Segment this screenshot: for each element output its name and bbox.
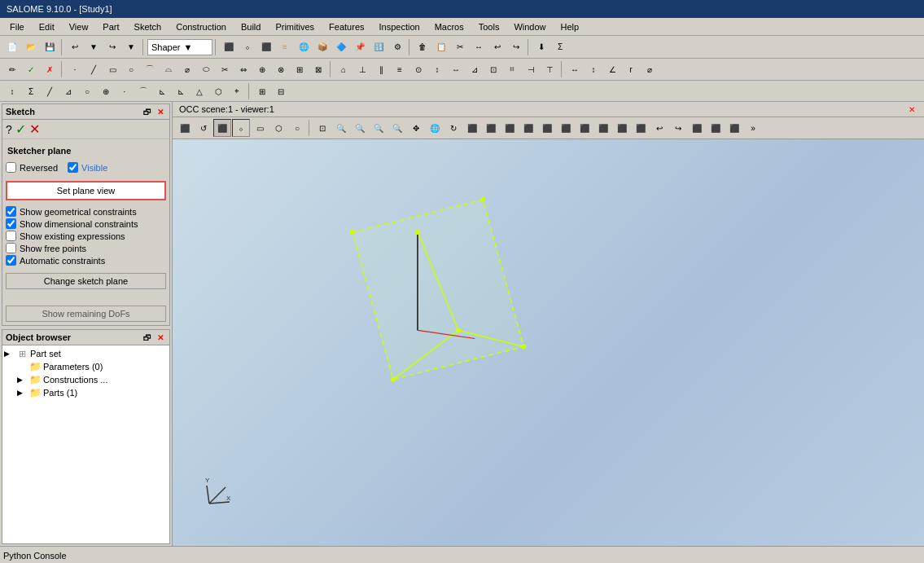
redo-button[interactable]: ↪ <box>103 38 121 56</box>
sketch-dim5[interactable]: ⌀ <box>641 60 659 78</box>
vt-render2[interactable]: ⬛ <box>482 119 500 137</box>
sketch-con11[interactable]: ⊣ <box>522 60 540 78</box>
sketch-con5[interactable]: ⊙ <box>409 60 427 78</box>
sketch-tool2[interactable]: ⊗ <box>272 60 290 78</box>
sketch-ellipse[interactable]: ⬭ <box>197 60 215 78</box>
sketch-arc2[interactable]: ⌓ <box>160 60 177 78</box>
show-remaining-dofs-button[interactable]: Show remaining DoFs <box>6 306 166 322</box>
t3-4[interactable]: ⊿ <box>59 82 77 100</box>
sketch-con9[interactable]: ⊡ <box>484 60 502 78</box>
vt-render1[interactable]: ⬛ <box>463 119 481 137</box>
menu-window[interactable]: Window <box>507 20 552 33</box>
viewer-canvas[interactable]: X Y <box>173 139 924 546</box>
visible-checkbox[interactable] <box>68 162 78 173</box>
t3-13[interactable]: ⌖ <box>228 82 246 100</box>
vt-zoom-in[interactable]: 🔍 <box>332 119 350 137</box>
sketch-con12[interactable]: ⊤ <box>541 60 558 78</box>
vt-2[interactable]: ↺ <box>195 119 212 137</box>
sketch-con1[interactable]: ⌂ <box>335 60 353 78</box>
vt-more[interactable]: ⬛ <box>707 119 725 137</box>
menu-primitives[interactable]: Primitives <box>269 20 321 33</box>
t3-3[interactable]: ╱ <box>41 82 59 100</box>
vt-polygon[interactable]: ⬡ <box>269 119 287 137</box>
tb-icon-11[interactable]: 🗑 <box>414 38 431 56</box>
vt-zoom-out[interactable]: 🔍 <box>351 119 369 137</box>
tb-icon-9[interactable]: 🔢 <box>370 38 388 56</box>
tb-icon-10[interactable]: ⚙ <box>388 38 406 56</box>
t3-7[interactable]: · <box>116 82 134 100</box>
menu-macros[interactable]: Macros <box>428 20 471 33</box>
vt-wire[interactable]: ⬛ <box>501 119 519 137</box>
vt-rotate[interactable]: ↻ <box>444 119 462 137</box>
t3-12[interactable]: ⬡ <box>209 82 227 100</box>
menu-build[interactable]: Build <box>234 20 267 33</box>
sketch-arc3[interactable]: ⌀ <box>178 60 196 78</box>
sketch-con4[interactable]: ≡ <box>391 60 409 78</box>
t3-2[interactable]: Σ <box>22 82 40 100</box>
sketch-con3[interactable]: ∥ <box>372 60 390 78</box>
sketch-arc1[interactable]: ⌒ <box>141 60 159 78</box>
tb-icon-15[interactable]: ↩ <box>488 38 506 56</box>
tb-icon-7[interactable]: 🔷 <box>332 38 350 56</box>
vt-stereo[interactable]: ⬛ <box>725 119 743 137</box>
sketch-rect[interactable]: ▭ <box>103 60 121 78</box>
obj-close-btn[interactable]: ✕ <box>155 332 166 343</box>
sketch-tool1[interactable]: ⊕ <box>253 60 271 78</box>
t3-10[interactable]: ⊾ <box>172 82 190 100</box>
viewer-area[interactable]: OCC scene:1 - viewer:1 ✕ ⬛ ↺ ⬛ ⬦ ▭ ⬡ ○ ⊡… <box>173 102 924 546</box>
vt-select-box[interactable]: ⬛ <box>213 119 231 137</box>
reversed-checkbox[interactable] <box>6 162 16 173</box>
tb-icon-13[interactable]: ✂ <box>451 38 469 56</box>
vt-redo-view[interactable]: ↪ <box>669 119 687 137</box>
sketch-point[interactable]: · <box>66 60 84 78</box>
panel-restore-btn[interactable]: 🗗 <box>142 106 153 117</box>
vt-zoom-sel[interactable]: 🔍 <box>388 119 406 137</box>
tree-parameters[interactable]: 📁 Parameters (0) <box>17 360 168 373</box>
vt-top[interactable]: ⬛ <box>538 119 556 137</box>
undo-button[interactable]: ↩ <box>66 38 84 56</box>
sketch-dim3[interactable]: ∠ <box>603 60 621 78</box>
menu-features[interactable]: Features <box>322 20 370 33</box>
sketch-dim1[interactable]: ↔ <box>566 60 584 78</box>
obj-restore-btn[interactable]: 🗗 <box>142 332 153 343</box>
sketch-dim4[interactable]: r <box>622 60 640 78</box>
new-button[interactable]: 📄 <box>3 38 21 56</box>
menu-construction[interactable]: Construction <box>169 20 233 33</box>
vt-circle-sel[interactable]: ○ <box>288 119 306 137</box>
t3-11[interactable]: △ <box>190 82 208 100</box>
t3-5[interactable]: ○ <box>78 82 96 100</box>
tb-icon-12[interactable]: 📋 <box>432 38 450 56</box>
tb-icon-14[interactable]: ↔ <box>470 38 488 56</box>
sketch-ok-btn[interactable]: ✓ <box>22 60 40 78</box>
sketch-con2[interactable]: ⊥ <box>353 60 371 78</box>
vt-rect[interactable]: ▭ <box>251 119 269 137</box>
sketch-mirror[interactable]: ⇔ <box>234 60 252 78</box>
tb-icon-6[interactable]: 📦 <box>313 38 331 56</box>
vt-fit-all[interactable]: ⊡ <box>313 119 331 137</box>
vt-clone[interactable]: ⬛ <box>688 119 706 137</box>
menu-sketch[interactable]: Sketch <box>128 20 169 33</box>
sketch-trim[interactable]: ✂ <box>216 60 234 78</box>
menu-edit[interactable]: Edit <box>33 20 61 33</box>
sketch-cancel-btn[interactable]: ✗ <box>41 60 59 78</box>
chk-dim[interactable] <box>6 218 16 229</box>
vt-more2[interactable]: » <box>744 119 762 137</box>
vt-right[interactable]: ⬛ <box>576 119 593 137</box>
sketch-tool4[interactable]: ⊠ <box>309 60 327 78</box>
tb-icon-18[interactable]: Σ <box>551 38 569 56</box>
tb-icon-17[interactable]: ⬇ <box>532 38 550 56</box>
change-sketch-plane-button[interactable]: Change sketch plane <box>6 273 166 289</box>
sketch-dim2[interactable]: ↕ <box>585 60 602 78</box>
sketch-con8[interactable]: ⊿ <box>466 60 484 78</box>
tb-icon-1[interactable]: ⬛ <box>220 38 238 56</box>
tb-icon-4[interactable]: ≡ <box>276 38 294 56</box>
vt-front[interactable]: ⬛ <box>557 119 575 137</box>
tb-icon-16[interactable]: ↪ <box>507 38 525 56</box>
t3-14[interactable]: ⊞ <box>253 82 271 100</box>
vt-zoom-area[interactable]: 🔍 <box>370 119 388 137</box>
panel-close-btn[interactable]: ✕ <box>155 106 166 117</box>
chk-geom[interactable] <box>6 206 16 217</box>
tb-icon-5[interactable]: 🌐 <box>295 38 313 56</box>
open-button[interactable]: 📂 <box>22 38 40 56</box>
vt-shaded[interactable]: ⬛ <box>519 119 537 137</box>
